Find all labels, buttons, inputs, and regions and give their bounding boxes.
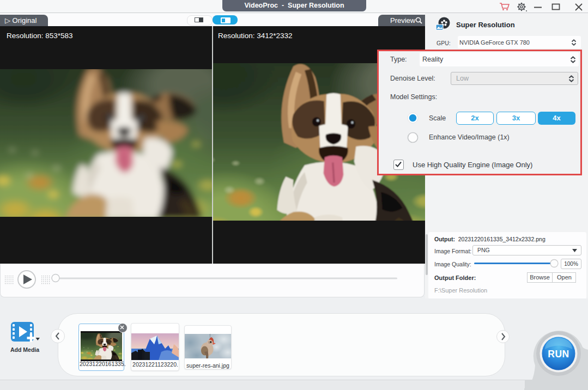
svg-text:RUN: RUN xyxy=(548,349,569,359)
